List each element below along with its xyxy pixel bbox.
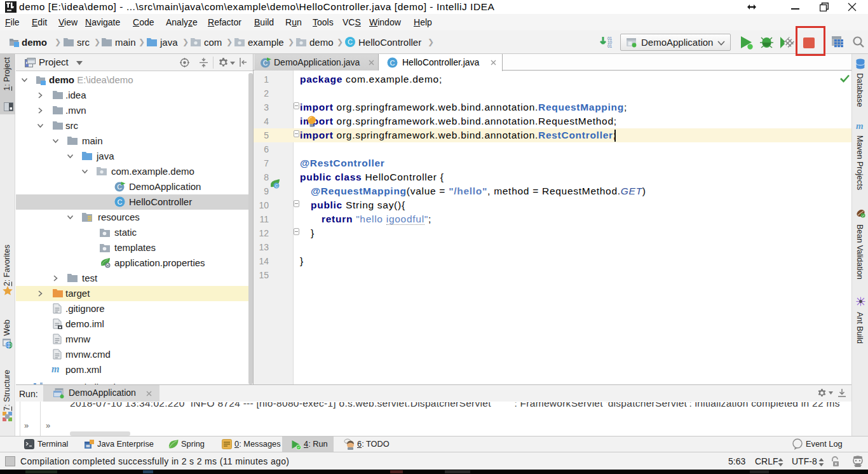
svg-text:01: 01 [607, 44, 613, 48]
svg-text:C: C [118, 198, 123, 206]
svg-text:C: C [348, 38, 353, 46]
svg-text:C: C [390, 59, 395, 67]
svg-text:C: C [275, 184, 278, 188]
svg-text:m: m [856, 121, 864, 130]
svg-text:m: m [51, 364, 59, 374]
